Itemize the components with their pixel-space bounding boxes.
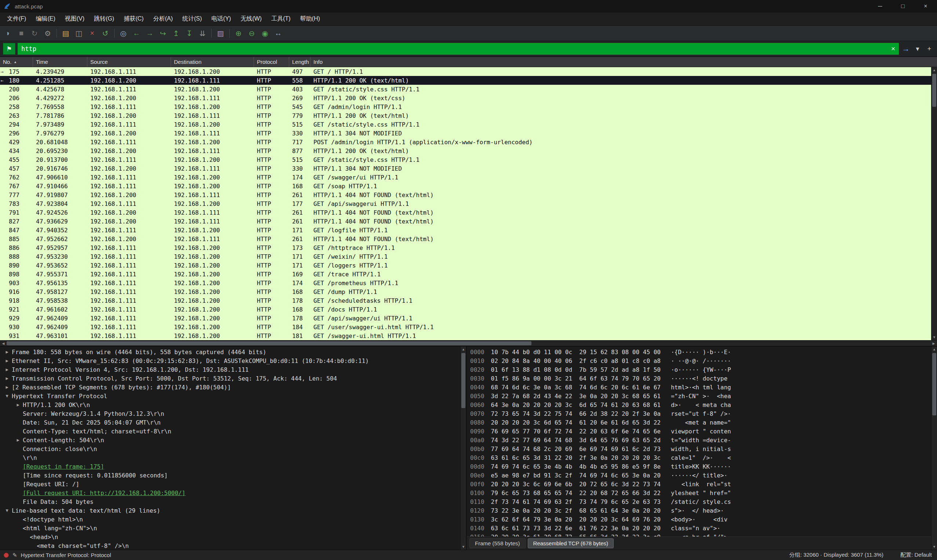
- hex-row[interactable]: 010079 6c 65 73 68 65 65 74 22 20 68 72 …: [470, 488, 931, 497]
- go-last-packet-icon[interactable]: ↧: [183, 28, 196, 39]
- bytes-tab-frame[interactable]: Frame (558 bytes): [469, 538, 526, 548]
- scroll-thumb[interactable]: [932, 353, 936, 415]
- column-header-time[interactable]: Time: [33, 57, 87, 67]
- packet-row-294[interactable]: 2947.973489192.168.1.111192.168.1.200HTT…: [0, 120, 931, 129]
- column-header-no[interactable]: No.▲: [0, 57, 33, 67]
- column-header-destination[interactable]: Destination: [171, 57, 254, 67]
- menu-file[interactable]: 文件(F): [2, 12, 31, 25]
- detail-line[interactable]: <!doctype html>\n: [0, 515, 460, 524]
- hex-row[interactable]: 004068 74 6d 6c 3e 0a 3c 68 74 6d 6c 20 …: [470, 383, 931, 392]
- expander-icon[interactable]: ▶: [2, 376, 12, 381]
- hex-row[interactable]: 00a074 3d 22 77 69 64 74 68 3d 64 65 76 …: [470, 435, 931, 445]
- hex-row[interactable]: 00503d 22 7a 68 2d 43 4e 22 3e 0a 20 20 …: [470, 392, 931, 400]
- save-file-icon[interactable]: ◫: [72, 28, 86, 39]
- detail-line[interactable]: File Data: 504 bytes: [0, 497, 460, 506]
- column-header-length[interactable]: Length: [289, 57, 311, 67]
- restart-capture-icon[interactable]: ↻: [28, 28, 41, 39]
- zoom-in-icon[interactable]: ⊕: [232, 28, 245, 39]
- scroll-thumb[interactable]: [462, 353, 465, 408]
- packet-row-258[interactable]: 2587.769558192.168.1.111192.168.1.200HTT…: [0, 102, 931, 111]
- menu-edit[interactable]: 编辑(E): [31, 12, 60, 25]
- details-vscrollbar[interactable]: ▲ ▼: [460, 346, 466, 550]
- colorize-packets-icon[interactable]: ▨: [214, 28, 227, 39]
- bytes-tab-reassembled-tcp[interactable]: Reassembled TCP (678 bytes): [528, 538, 614, 548]
- menu-go[interactable]: 跳转(G): [89, 12, 119, 25]
- packet-row-886[interactable]: 88647.952957192.168.1.111192.168.1.200HT…: [0, 243, 931, 252]
- detail-line[interactable]: ▶HTTP/1.1 200 OK\r\n: [0, 400, 460, 409]
- detail-line[interactable]: <head>\n: [0, 532, 460, 541]
- packet-row-930[interactable]: 93047.962409192.168.1.111192.168.1.200HT…: [0, 323, 931, 331]
- packet-row-890[interactable]: 89047.953652192.168.1.111192.168.1.200HT…: [0, 261, 931, 270]
- scroll-up-icon[interactable]: ▲: [931, 68, 937, 73]
- hex-row[interactable]: 014063 6c 61 73 73 3d 22 6e 61 76 22 3e …: [470, 524, 931, 532]
- stop-capture-icon[interactable]: ■: [15, 28, 28, 39]
- expander-icon[interactable]: ▶: [13, 402, 23, 407]
- minimize-button[interactable]: ─: [869, 0, 891, 12]
- capture-options-icon[interactable]: ⚙: [41, 28, 54, 39]
- detail-line[interactable]: ▶Transmission Control Protocol, Src Port…: [0, 374, 460, 383]
- menu-view[interactable]: 视图(V): [60, 12, 89, 25]
- scroll-down-icon[interactable]: ▼: [461, 544, 466, 549]
- filter-input[interactable]: http ×: [18, 43, 899, 55]
- expander-icon[interactable]: ▶: [2, 358, 12, 363]
- bytes-vscrollbar[interactable]: ▲ ▼: [931, 346, 937, 550]
- packet-row-921[interactable]: 92147.961602192.168.1.111192.168.1.200HT…: [0, 305, 931, 314]
- packet-row-434[interactable]: 43420.695230192.168.1.200192.168.1.111HT…: [0, 146, 931, 155]
- packet-row-206[interactable]: 2064.429272192.168.1.200192.168.1.111HTT…: [0, 94, 931, 102]
- packet-list-vscrollbar[interactable]: ▲ ▼: [931, 67, 937, 340]
- hex-row[interactable]: 001002 20 84 8a 40 00 40 06 2f c6 c0 a8 …: [470, 356, 931, 365]
- detail-line[interactable]: ▼Hypertext Transfer Protocol: [0, 392, 460, 400]
- packet-row-918[interactable]: 91847.958538192.168.1.111192.168.1.200HT…: [0, 296, 931, 305]
- hex-row[interactable]: 002001 6f 13 88 d1 08 0d 0d 7b 59 57 2d …: [470, 365, 931, 374]
- detail-link[interactable]: [Full request URI: http://192.168.1.200:…: [23, 489, 185, 497]
- detail-line[interactable]: \r\n: [0, 453, 460, 462]
- filter-dropdown-icon[interactable]: ▾: [913, 43, 922, 55]
- column-header-info[interactable]: Info: [311, 57, 937, 67]
- expander-icon[interactable]: ▶: [13, 437, 23, 443]
- menu-analyze[interactable]: 分析(A): [148, 12, 177, 25]
- detail-line[interactable]: <meta charset="utf-8" />\n: [0, 541, 460, 550]
- menu-wireless[interactable]: 无线(W): [235, 12, 266, 25]
- hex-row[interactable]: 000010 7b 44 b0 d0 11 00 0c 29 15 62 83 …: [470, 348, 931, 356]
- hex-row[interactable]: 012073 22 3e 0a 20 20 3c 2f 68 65 61 64 …: [470, 506, 931, 515]
- packet-row-200[interactable]: 2004.425678192.168.1.111192.168.1.200HTT…: [0, 85, 931, 94]
- scroll-up-icon[interactable]: ▲: [461, 347, 466, 352]
- packet-row-791[interactable]: 79147.924526192.168.1.200192.168.1.111HT…: [0, 208, 931, 217]
- go-forward-icon[interactable]: →: [143, 28, 156, 39]
- detail-line[interactable]: [Request in frame: 175]: [0, 462, 460, 471]
- hex-row[interactable]: 00f020 20 20 3c 6c 69 6e 6b 20 72 65 6c …: [470, 480, 931, 488]
- scroll-up-icon[interactable]: ▲: [931, 347, 937, 352]
- hex-row[interactable]: 00c063 61 6c 65 3d 31 22 20 2f 3e 0a 20 …: [470, 453, 931, 462]
- packet-row-929[interactable]: 92947.962409192.168.1.111192.168.1.200HT…: [0, 314, 931, 323]
- packet-row-180[interactable]: ←1804.251285192.168.1.200192.168.1.111HT…: [0, 76, 931, 85]
- status-profile[interactable]: 配置: Default: [900, 552, 932, 558]
- packet-row-827[interactable]: 82747.936629192.168.1.200192.168.1.111HT…: [0, 217, 931, 226]
- scroll-right-icon[interactable]: ▶: [931, 340, 936, 346]
- menu-telephony[interactable]: 电话(Y): [207, 12, 235, 25]
- scroll-thumb[interactable]: [932, 74, 936, 107]
- auto-scroll-icon[interactable]: ⇊: [196, 28, 209, 39]
- capture-comment-icon[interactable]: ✎: [12, 552, 17, 558]
- hex-row[interactable]: 01102f 73 74 61 74 69 63 2f 73 74 79 6c …: [470, 497, 931, 506]
- detail-line[interactable]: ▶[2 Reassembled TCP Segments (678 bytes)…: [0, 383, 460, 392]
- detail-line[interactable]: Connection: close\r\n: [0, 445, 460, 453]
- menu-statistics[interactable]: 统计(S): [178, 12, 207, 25]
- detail-line[interactable]: [Time since request: 0.011856000 seconds…: [0, 471, 460, 480]
- filter-bookmark-button[interactable]: ⚑: [3, 43, 15, 55]
- hex-row[interactable]: 008020 20 20 20 3c 6d 65 74 61 20 6e 61 …: [470, 418, 931, 427]
- detail-line[interactable]: [Full request URI: http://192.168.1.200:…: [0, 488, 460, 497]
- packet-row-847[interactable]: 84747.940352192.168.1.111192.168.1.200HT…: [0, 226, 931, 234]
- resize-columns-icon[interactable]: ↔: [272, 28, 285, 39]
- packet-row-175[interactable]: →1754.239429192.168.1.111192.168.1.200HT…: [0, 67, 931, 76]
- expert-info-icon[interactable]: [4, 553, 9, 558]
- packet-row-898[interactable]: 89847.955371192.168.1.111192.168.1.200HT…: [0, 270, 931, 278]
- packet-row-455[interactable]: 45520.913700192.168.1.111192.168.1.200HT…: [0, 155, 931, 164]
- reload-file-icon[interactable]: ↺: [99, 28, 112, 39]
- scroll-thumb[interactable]: [7, 341, 531, 345]
- column-header-protocol[interactable]: Protocol: [254, 57, 289, 67]
- hex-row[interactable]: 00d074 69 74 6c 65 3e 4b 4b 4b 4b e5 95 …: [470, 462, 931, 471]
- filter-add-button[interactable]: +: [925, 43, 934, 55]
- hex-row[interactable]: 003001 f5 86 9a 00 00 3c 21 64 6f 63 74 …: [470, 374, 931, 383]
- zoom-out-icon[interactable]: ⊖: [245, 28, 258, 39]
- detail-line[interactable]: ▶Content-Length: 504\r\n: [0, 435, 460, 445]
